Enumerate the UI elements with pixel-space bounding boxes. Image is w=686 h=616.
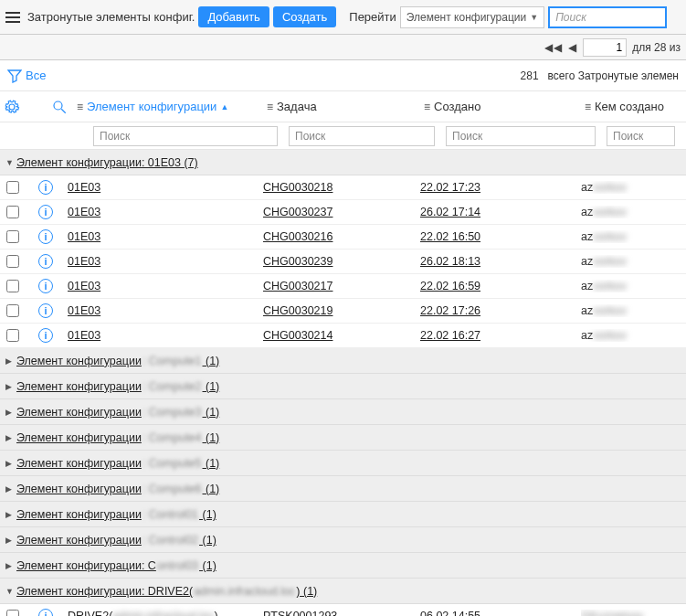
chevron-down-icon: ▼ xyxy=(5,587,16,596)
col-header-task[interactable]: ≡ Задача xyxy=(267,100,424,113)
gear-icon[interactable] xyxy=(4,99,20,115)
cell-task[interactable]: CHG0030214 xyxy=(263,329,332,342)
group-header[interactable]: ▶Элемент конфигурации: Compute5 (1) xyxy=(0,451,686,476)
col-header-by-label: Кем создано xyxy=(595,100,664,113)
group-header[interactable]: ▶Элемент конфигурации: Control01 (1) xyxy=(0,502,686,527)
group-header[interactable]: ▶Элемент конфигурации: Control03 (1) xyxy=(0,553,686,579)
goto-search-input[interactable] xyxy=(548,6,667,28)
filter-ci-input[interactable] xyxy=(93,126,278,146)
cell-by: azvorkov xyxy=(581,329,686,342)
info-icon[interactable]: i xyxy=(38,205,53,219)
cell-ci[interactable]: 01E03 xyxy=(68,255,100,268)
cell-ci[interactable]: 01E03 xyxy=(68,280,100,292)
group-header[interactable]: ▶Элемент конфигурации: Compute3 (1) xyxy=(0,399,686,425)
col-header-ci[interactable]: ≡ Элемент конфигурации ▲ xyxy=(71,100,267,113)
info-icon[interactable]: i xyxy=(38,180,53,195)
info-icon[interactable]: i xyxy=(38,254,53,269)
group-header[interactable]: ▶Элемент конфигурации: Compute2 (1) xyxy=(0,374,686,399)
group-label: Элемент конфигурации: 01E03 (7) xyxy=(16,156,198,169)
cell-ci[interactable]: 01E03 xyxy=(68,304,100,317)
cell-created[interactable]: 22.02 16:59 xyxy=(420,280,480,292)
chevron-right-icon: ▶ xyxy=(5,459,16,468)
cell-created[interactable]: 26.02 18:13 xyxy=(420,255,480,268)
row-checkbox[interactable] xyxy=(6,230,19,243)
cell-task[interactable]: CHG0030218 xyxy=(263,181,332,194)
cell-ci[interactable]: 01E03 xyxy=(68,181,100,194)
list-icon: ≡ xyxy=(585,101,591,113)
cell-ci[interactable]: 01E03 xyxy=(68,329,100,342)
col-header-created-label: Создано xyxy=(434,100,480,113)
group-label: Элемент конфигурации: Compute5 (1) xyxy=(16,457,219,470)
pager-first-icon[interactable]: ◀◀ xyxy=(544,41,563,54)
row-checkbox[interactable] xyxy=(6,181,19,194)
info-icon[interactable]: i xyxy=(38,609,53,616)
info-icon[interactable]: i xyxy=(38,328,53,343)
filter-task-input[interactable] xyxy=(289,126,435,146)
pager-page-input[interactable] xyxy=(583,38,627,57)
goto-select-value: Элемент конфигурации xyxy=(406,11,526,24)
summary-count: 281 xyxy=(521,69,539,82)
cell-created[interactable]: 22.02 16:27 xyxy=(420,329,480,342)
chevron-right-icon: ▶ xyxy=(5,356,16,366)
row-checkbox[interactable] xyxy=(6,329,19,342)
filter-all-button[interactable]: Все xyxy=(7,69,46,83)
cell-by: azvorkov xyxy=(581,255,686,268)
info-icon[interactable]: i xyxy=(38,229,53,244)
chevron-right-icon: ▶ xyxy=(5,408,16,417)
col-header-task-label: Задача xyxy=(277,100,317,113)
cell-by: azvorkov xyxy=(581,230,686,243)
group-label: Элемент конфигурации: Control02 (1) xyxy=(16,534,216,547)
svg-point-0 xyxy=(54,101,62,110)
row-checkbox[interactable] xyxy=(6,255,19,268)
chevron-down-icon: ▼ xyxy=(5,158,16,167)
group-header[interactable]: ▼ Элемент конфигурации: 01E03 (7) xyxy=(0,150,686,175)
row-checkbox[interactable] xyxy=(6,280,19,292)
goto-select[interactable]: Элемент конфигурации ▼ xyxy=(400,6,544,28)
cell-task[interactable]: PTSK0001293 xyxy=(263,610,337,616)
list-icon: ≡ xyxy=(424,101,430,113)
cell-created[interactable]: 06.02 14:55 xyxy=(420,610,480,616)
cell-ci[interactable]: 01E03 xyxy=(68,206,100,218)
table-row: i01E03CHG003021822.02 17:23azvorkov xyxy=(0,175,686,200)
create-button[interactable]: Создать xyxy=(273,6,336,27)
group-header[interactable]: ▶Элемент конфигурации: Compute4 (1) xyxy=(0,425,686,451)
group-label: Элемент конфигурации: Compute1 (1) xyxy=(16,355,219,367)
table-row: i01E03CHG003023726.02 17:14azvorkov xyxy=(0,200,686,225)
pager-prev-icon[interactable]: ◀ xyxy=(568,41,577,54)
info-icon[interactable]: i xyxy=(38,279,53,293)
group-header[interactable]: ▶Элемент конфигурации: Control02 (1) xyxy=(0,527,686,553)
cell-created[interactable]: 22.02 16:50 xyxy=(420,230,480,243)
cell-by: azvorkov xyxy=(581,280,686,292)
group-header[interactable]: ▶Элемент конфигурации: Compute1 (1) xyxy=(0,348,686,374)
info-icon[interactable]: i xyxy=(38,303,53,318)
search-icon[interactable] xyxy=(51,99,68,115)
row-checkbox[interactable] xyxy=(6,610,19,616)
filter-created-input[interactable] xyxy=(446,126,596,146)
cell-task[interactable]: CHG0030217 xyxy=(263,280,332,292)
chevron-right-icon: ▶ xyxy=(5,484,16,494)
cell-ci[interactable]: 01E03 xyxy=(68,230,100,243)
group-header[interactable]: ▶Элемент конфигурации: Compute6 (1) xyxy=(0,476,686,502)
svg-line-1 xyxy=(61,109,66,113)
cell-created[interactable]: 22.02 17:23 xyxy=(420,181,480,194)
funnel-icon xyxy=(7,69,22,83)
cell-task[interactable]: CHG0030239 xyxy=(263,255,332,268)
group-label: Элемент конфигурации: Compute3 (1) xyxy=(16,406,219,419)
cell-task[interactable]: CHG0030216 xyxy=(263,230,332,243)
col-header-created[interactable]: ≡ Создано xyxy=(424,100,585,113)
menu-icon[interactable] xyxy=(4,7,24,27)
group-label: Элемент конфигурации: Compute6 (1) xyxy=(16,483,219,495)
chevron-right-icon: ▶ xyxy=(5,536,16,545)
filter-by-input[interactable] xyxy=(607,126,675,146)
row-checkbox[interactable] xyxy=(6,304,19,317)
cell-task[interactable]: CHG0030219 xyxy=(263,304,332,317)
sort-asc-icon: ▲ xyxy=(220,102,228,112)
cell-task[interactable]: CHG0030237 xyxy=(263,206,332,218)
cell-created[interactable]: 22.02 17:26 xyxy=(420,304,480,317)
add-button[interactable]: Добавить xyxy=(198,6,269,27)
row-checkbox[interactable] xyxy=(6,206,19,218)
col-header-by[interactable]: ≡ Кем создано xyxy=(585,100,686,113)
cell-created[interactable]: 26.02 17:14 xyxy=(420,206,480,218)
group-header[interactable]: ▼ Элемент конфигурации: DRIVE2( admin.in… xyxy=(0,579,686,604)
cell-ci[interactable]: DRIVE2( admin.infracloud.loc) xyxy=(68,610,218,616)
